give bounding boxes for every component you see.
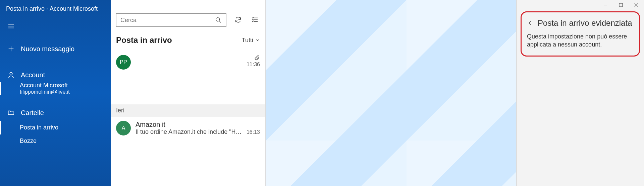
svg-point-0	[10, 72, 12, 75]
message-time: 11:36	[247, 62, 260, 68]
close-button[interactable]	[629, 0, 644, 10]
list-header: Posta in arrivo Tutti	[111, 31, 265, 51]
filter-label: Tutti	[242, 37, 253, 44]
sync-icon	[234, 16, 242, 23]
attachment-icon	[254, 55, 260, 61]
folder-icon	[7, 109, 15, 116]
message-time: 16:13	[247, 129, 260, 135]
window-title: Posta in arrivo - Account Microsoft	[0, 3, 111, 18]
hamburger-button[interactable]	[0, 18, 111, 34]
hamburger-icon	[7, 22, 15, 30]
message-body: 11:36	[136, 55, 260, 100]
list-title: Posta in arrivo	[116, 35, 172, 45]
search-field[interactable]	[116, 13, 226, 27]
nav-sidebar: Posta in arrivo - Account Microsoft Nuov…	[0, 0, 111, 186]
reading-pane-background	[266, 0, 517, 186]
message-item[interactable]: A Amazon.it Il tuo ordine Amazon.it che …	[111, 117, 265, 140]
checklist-icon	[251, 16, 259, 23]
message-body: Amazon.it Il tuo ordine Amazon.it che in…	[136, 121, 260, 135]
search-input[interactable]	[120, 17, 215, 24]
svg-rect-2	[619, 3, 623, 7]
svg-point-1	[216, 18, 220, 21]
message-preview: Il tuo ordine Amazon.it che include "HP …	[136, 128, 244, 135]
maximize-icon	[619, 3, 623, 7]
maximize-button[interactable]	[613, 0, 629, 10]
focused-inbox-callout: Posta in arrivo evidenziata Questa impos…	[521, 11, 640, 57]
minimize-button[interactable]	[598, 0, 613, 10]
folder-drafts[interactable]: Bozze	[0, 134, 111, 145]
folders-header[interactable]: Cartelle	[0, 104, 111, 121]
account-email: filippomolinini@live.it	[20, 89, 111, 95]
sender: Amazon.it	[136, 121, 165, 128]
settings-text: Questa impostazione non può essere appli…	[527, 32, 634, 49]
window-controls	[517, 0, 644, 10]
person-icon	[7, 71, 15, 79]
list-toolbar	[111, 0, 265, 31]
select-mode-button[interactable]	[250, 15, 260, 26]
folder-label: Posta in arrivo	[20, 124, 58, 131]
sync-button[interactable]	[233, 15, 243, 26]
folders-label: Cartelle	[21, 109, 44, 116]
accounts-header[interactable]: Account	[0, 67, 111, 83]
avatar: A	[116, 121, 131, 135]
close-icon	[634, 3, 639, 7]
back-button[interactable]	[527, 20, 533, 26]
message-item[interactable]: PP 11:36	[111, 51, 265, 104]
accounts-label: Account	[21, 71, 45, 79]
search-icon	[215, 16, 222, 24]
new-message-label: Nuovo messaggio	[21, 45, 74, 53]
message-meta: 11:36	[247, 55, 260, 68]
mail-app: Posta in arrivo - Account Microsoft Nuov…	[0, 0, 644, 186]
date-separator: Ieri	[111, 104, 265, 117]
settings-panel: Posta in arrivo evidenziata Questa impos…	[517, 0, 644, 186]
folder-label: Bozze	[20, 138, 37, 145]
avatar: PP	[116, 55, 131, 70]
minimize-icon	[603, 3, 608, 7]
folder-inbox[interactable]: Posta in arrivo	[0, 121, 111, 134]
chevron-down-icon	[255, 38, 260, 42]
settings-title: Posta in arrivo evidenziata	[538, 18, 632, 28]
new-message-button[interactable]: Nuovo messaggio	[0, 40, 111, 57]
message-list-column: Posta in arrivo Tutti PP 11:36 Ieri	[111, 0, 266, 186]
account-entry[interactable]: Account Microsoft filippomolinini@live.i…	[0, 82, 111, 95]
account-name: Account Microsoft	[20, 82, 111, 89]
plus-icon	[7, 45, 15, 53]
filter-dropdown[interactable]: Tutti	[242, 37, 260, 44]
